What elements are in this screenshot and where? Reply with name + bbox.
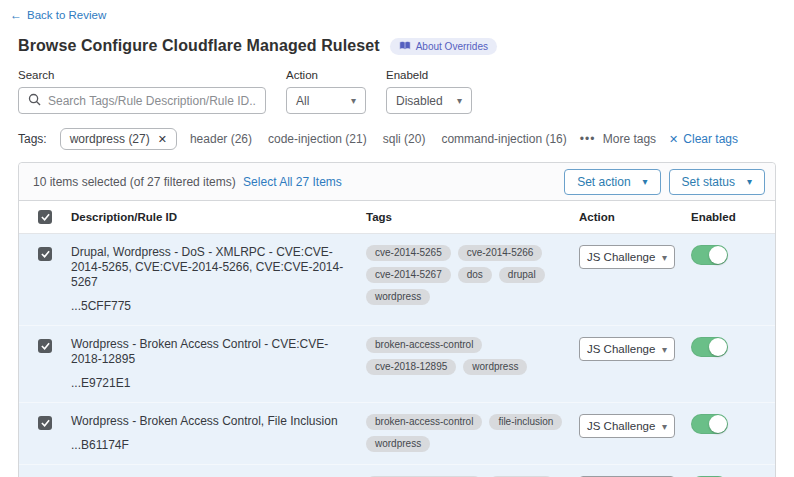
more-tags-button[interactable]: ••• More tags xyxy=(580,132,656,146)
tag-pill: cve-2014-5267 xyxy=(366,267,451,283)
rule-tags: broken-access-controlfile-inclusionwordp… xyxy=(366,414,579,452)
tag-pill: broken-access-control xyxy=(366,414,482,430)
table-row: Wordpress - Broken Access Control, File … xyxy=(19,403,775,465)
search-filter-group: Search Search Tags/Rule Description/Rule… xyxy=(18,69,266,114)
rule-description: Wordpress - Broken Access Control, File … xyxy=(71,414,352,429)
book-icon xyxy=(399,41,411,52)
back-arrow-icon: ← xyxy=(10,8,22,22)
table-row: Wordpress - Broken Access Control - CVE:… xyxy=(19,326,775,403)
tag-pill: cve-2018-12895 xyxy=(366,359,456,375)
table-header-row: Description/Rule ID Tags Action Enabled xyxy=(19,201,775,234)
table-body: Drupal, Wordpress - DoS - XMLRPC - CVE:C… xyxy=(19,234,775,477)
rule-action-select[interactable]: JS Challenge ▾ xyxy=(579,337,675,361)
enabled-filter-group: Enabeld Disabled ▾ xyxy=(386,69,472,114)
toggle-knob xyxy=(709,246,727,264)
chevron-down-icon: ▾ xyxy=(643,176,648,187)
clear-tags-button[interactable]: ✕ Clear tags xyxy=(669,132,738,146)
page-title: Browse Configure Cloudflare Managed Rule… xyxy=(18,37,380,55)
set-action-button[interactable]: Set action ▾ xyxy=(564,169,660,195)
available-tags: header (26)code-injection (21)sqli (20)c… xyxy=(190,132,567,146)
search-label: Search xyxy=(18,69,266,81)
chevron-down-icon: ▾ xyxy=(662,421,667,432)
tag-pill: broken-access-control xyxy=(366,337,482,353)
set-status-label: Set status xyxy=(682,175,735,189)
rule-action-value: JS Challenge xyxy=(587,343,655,355)
available-tag[interactable]: code-injection (21) xyxy=(268,132,367,146)
chevron-down-icon: ▾ xyxy=(662,344,667,355)
action-filter-select[interactable]: All ▾ xyxy=(286,87,366,114)
rule-tags: broken-access-controlcve-2018-12895wordp… xyxy=(366,337,579,390)
tag-pill: cve-2014-5265 xyxy=(366,245,451,261)
set-action-label: Set action xyxy=(577,175,630,189)
selected-tag-chip[interactable]: wordpress (27) ✕ xyxy=(60,128,177,150)
back-link-label: Back to Review xyxy=(27,9,106,21)
toggle-knob xyxy=(709,415,727,433)
chevron-down-icon: ▾ xyxy=(351,95,356,106)
tag-pill: file-inclusion xyxy=(489,414,562,430)
chevron-down-icon: ▾ xyxy=(662,252,667,263)
rule-tags: cve-2014-5265cve-2014-5266cve-2014-5267d… xyxy=(366,245,579,313)
available-tag[interactable]: sqli (20) xyxy=(383,132,426,146)
clear-tags-label: Clear tags xyxy=(683,132,738,146)
tag-pill: drupal xyxy=(499,267,545,283)
rule-enabled-toggle[interactable] xyxy=(691,337,728,357)
action-filter-group: Action All ▾ xyxy=(286,69,366,114)
table-row: Wordpress - Broken Access Control - Upda… xyxy=(19,465,775,477)
more-tags-label: More tags xyxy=(603,132,656,146)
enabled-filter-label: Enabeld xyxy=(386,69,472,81)
about-overrides-label: About Overrides xyxy=(416,41,488,52)
rule-action-select[interactable]: JS Challenge ▾ xyxy=(579,414,675,438)
column-header-action: Action xyxy=(579,211,691,223)
row-checkbox[interactable] xyxy=(38,339,52,353)
tags-filter-bar: Tags: wordpress (27) ✕ header (26)code-i… xyxy=(18,128,776,150)
browse-ruleset-page: ← Back to Review Browse Configure Cloudf… xyxy=(0,0,794,477)
selected-tag-label: wordpress (27) xyxy=(70,132,150,146)
column-header-tags: Tags xyxy=(366,211,579,223)
tag-pill: dos xyxy=(458,267,492,283)
column-header-enabled: Enabled xyxy=(691,211,775,223)
available-tag[interactable]: header (26) xyxy=(190,132,252,146)
tag-pill: cve-2014-5266 xyxy=(458,245,543,261)
set-status-button[interactable]: Set status ▾ xyxy=(669,169,765,195)
search-icon xyxy=(28,93,41,109)
rule-id: ...B61174F xyxy=(71,438,352,452)
rule-enabled-toggle[interactable] xyxy=(691,414,728,434)
available-tag[interactable]: command-injection (16) xyxy=(441,132,566,146)
search-placeholder-text: Search Tags/Rule Description/Rule ID... xyxy=(48,94,256,108)
selection-bar: 10 items selected (of 27 filtered items)… xyxy=(19,163,775,201)
rule-action-value: JS Challenge xyxy=(587,251,655,263)
rule-action-value: JS Challenge xyxy=(587,420,655,432)
row-checkbox[interactable] xyxy=(38,247,52,261)
chevron-down-icon: ▾ xyxy=(457,95,462,106)
selection-summary: 10 items selected (of 27 filtered items)… xyxy=(33,175,342,189)
row-checkbox[interactable] xyxy=(38,416,52,430)
rule-description: Wordpress - Broken Access Control - CVE:… xyxy=(71,337,352,367)
about-overrides-badge[interactable]: About Overrides xyxy=(390,38,497,55)
clear-x-icon: ✕ xyxy=(669,133,678,146)
rule-id: ...5CFF775 xyxy=(71,299,352,313)
toggle-knob xyxy=(709,338,727,356)
rule-action-select[interactable]: JS Challenge ▾ xyxy=(579,245,675,269)
rules-table-card: 10 items selected (of 27 filtered items)… xyxy=(18,162,776,477)
rule-id: ...E9721E1 xyxy=(71,376,352,390)
ellipsis-icon: ••• xyxy=(580,132,596,146)
column-header-description: Description/Rule ID xyxy=(71,211,366,223)
back-to-review-link[interactable]: ← Back to Review xyxy=(10,8,106,22)
tag-pill: wordpress xyxy=(366,436,430,452)
select-all-link[interactable]: Select All 27 Items xyxy=(243,175,342,189)
table-row: Drupal, Wordpress - DoS - XMLRPC - CVE:C… xyxy=(19,234,775,326)
selection-summary-text: 10 items selected (of 27 filtered items) xyxy=(33,175,236,189)
rule-enabled-toggle[interactable] xyxy=(691,245,728,265)
action-filter-value: All xyxy=(296,94,309,108)
tag-pill: wordpress xyxy=(463,359,527,375)
enabled-filter-select[interactable]: Disabled ▾ xyxy=(386,87,472,114)
bulk-action-buttons: Set action ▾ Set status ▾ xyxy=(564,169,765,195)
enabled-filter-value: Disabled xyxy=(396,94,443,108)
rule-description: Drupal, Wordpress - DoS - XMLRPC - CVE:C… xyxy=(71,245,352,290)
tag-pill: wordpress xyxy=(366,289,430,305)
action-filter-label: Action xyxy=(286,69,366,81)
select-all-checkbox[interactable] xyxy=(38,210,52,224)
chevron-down-icon: ▾ xyxy=(747,176,752,187)
search-input[interactable]: Search Tags/Rule Description/Rule ID... xyxy=(18,87,266,114)
remove-tag-icon[interactable]: ✕ xyxy=(158,133,167,146)
